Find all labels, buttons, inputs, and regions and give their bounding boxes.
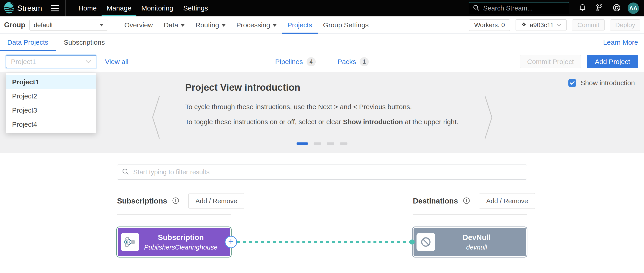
destination-card-text: DevNull devnull [427,233,526,251]
project-select[interactable]: Project1 [6,55,96,68]
nav-item-manage[interactable]: Manage [102,0,136,17]
filter-input[interactable] [133,168,522,176]
group-select[interactable]: default [30,20,108,31]
add-project-button[interactable]: Add Project [587,55,638,68]
packs-link[interactable]: Packs 1 [338,57,369,66]
global-search[interactable] [469,2,569,14]
show-introduction-label: Show introduction [581,79,635,87]
connection-endpoint-dot [410,239,415,244]
subscriptions-divider [117,214,231,215]
subscriptions-header: Subscriptions Add / Remove [117,193,244,209]
intro-bold-show-introduction: Show introduction [343,118,403,126]
intro-panel: Show introduction Project View introduct… [0,72,644,153]
group-actions: Workers: 0 a903c11 Commit Deploy [469,19,640,31]
project-actions: Commit Project Add Project [520,55,638,68]
group-bar: Group default Overview Data Routing Proc… [0,17,644,34]
chevron-down-icon [556,24,561,27]
carousel-previous-button[interactable] [151,95,161,141]
show-introduction-checkbox[interactable] [568,79,576,87]
intro-line-1: To cycle through these instructions, use… [185,103,458,111]
filter-box[interactable] [117,165,527,180]
chevron-down-icon [86,60,91,63]
project-select-value: Project1 [11,58,36,66]
subscriptions-add-remove-button[interactable]: Add / Remove [188,193,244,209]
caret-down-icon [222,24,226,27]
nav-item-home[interactable]: Home [73,0,102,17]
dropdown-option-project3[interactable]: Project3 [6,103,96,117]
subscription-card-subtitle: PublishersClearinghouse [132,244,230,251]
tab-subscriptions[interactable]: Subscriptions [56,34,112,51]
git-commit-icon [521,21,527,29]
commit-project-button[interactable]: Commit Project [520,55,581,68]
tab-projects[interactable]: Projects [282,17,318,34]
learn-more-link[interactable]: Learn More [603,39,644,46]
caret-down-icon [181,24,184,27]
destinations-header: Destinations Add / Remove [413,193,535,209]
carousel-dot-3[interactable] [327,142,334,145]
group-tabs: Overview Data Routing Processing Project… [119,17,374,34]
top-nav: Stream Home Manage Monitoring Settings A… [0,0,644,17]
show-introduction-toggle[interactable]: Show introduction [568,79,635,87]
intro-title: Project View introduction [185,82,458,93]
destinations-add-remove-button[interactable]: Add / Remove [479,193,535,209]
user-avatar[interactable]: AA [628,3,639,14]
dropdown-option-project1[interactable]: Project1 [6,75,96,89]
dropdown-option-project4[interactable]: Project4 [6,117,96,131]
destinations-divider [413,214,527,215]
tab-overview[interactable]: Overview [119,17,158,34]
nav-item-settings[interactable]: Settings [178,0,213,17]
destination-card-title: DevNull [427,233,526,242]
packs-count-badge: 1 [360,57,369,66]
stream-logo-icon [3,1,15,15]
subscription-card-title: Subscription [132,233,230,242]
brand-name: Stream [17,4,42,13]
carousel-page-indicators [297,142,348,145]
subscriptions-title: Subscriptions [117,197,167,205]
search-input[interactable] [483,5,569,12]
group-label: Group [4,21,25,29]
destinations-title: Destinations [413,197,458,205]
carousel-dot-1[interactable] [297,142,308,145]
info-icon[interactable] [463,197,470,205]
search-icon [473,4,480,12]
commit-hash-dropdown[interactable]: a903c11 [516,19,566,31]
nav-menu: Home Manage Monitoring Settings [73,0,213,17]
subscription-card[interactable]: Subscription PublishersClearinghouse [117,227,231,257]
help-lifebuoy-icon[interactable] [612,4,621,13]
nav-icon-cluster [579,4,621,13]
carousel-next-button[interactable] [484,95,494,141]
carousel-dot-2[interactable] [314,142,321,145]
project-subtabs: Data Projects Subscriptions Learn More [0,34,644,51]
info-icon[interactable] [172,197,179,205]
connection-dashed-line [237,241,411,243]
view-all-link[interactable]: View all [105,58,128,66]
carousel-dot-4[interactable] [340,142,348,145]
git-branch-icon[interactable] [596,4,603,13]
project-dropdown-menu: Project1 Project2 Project3 Project4 [6,73,96,133]
intro-line-2: To toggle these instructions on or off, … [185,118,458,126]
destination-card-subtitle: devnull [427,244,526,251]
commit-button[interactable]: Commit [572,19,604,31]
pipelines-count-badge: 4 [306,57,316,66]
destination-card[interactable]: DevNull devnull [413,227,527,257]
deploy-button[interactable]: Deploy [610,19,640,31]
caret-down-icon [100,24,104,27]
caret-down-icon [273,24,276,27]
dropdown-option-project2[interactable]: Project2 [6,89,96,103]
project-canvas: Subscriptions Add / Remove Destinations … [0,153,644,273]
tab-group-settings[interactable]: Group Settings [318,17,374,34]
tab-data[interactable]: Data [158,17,190,34]
workers-count-button[interactable]: Workers: 0 [469,19,510,31]
notifications-bell-icon[interactable] [579,4,586,13]
tab-processing[interactable]: Processing [231,17,282,34]
nav-divider [65,0,66,17]
project-toolbar: Project1 View all Pipelines 4 Packs 1 Co… [0,51,644,72]
nav-item-monitoring[interactable]: Monitoring [136,0,178,17]
pipelines-link[interactable]: Pipelines 4 [275,57,316,66]
subscription-card-text: Subscription PublishersClearinghouse [132,233,230,251]
brand[interactable]: Stream [0,1,42,15]
hamburger-menu-icon[interactable] [51,5,59,12]
add-connection-button[interactable]: + [225,236,237,248]
tab-routing[interactable]: Routing [190,17,231,34]
tab-data-projects[interactable]: Data Projects [0,34,56,51]
